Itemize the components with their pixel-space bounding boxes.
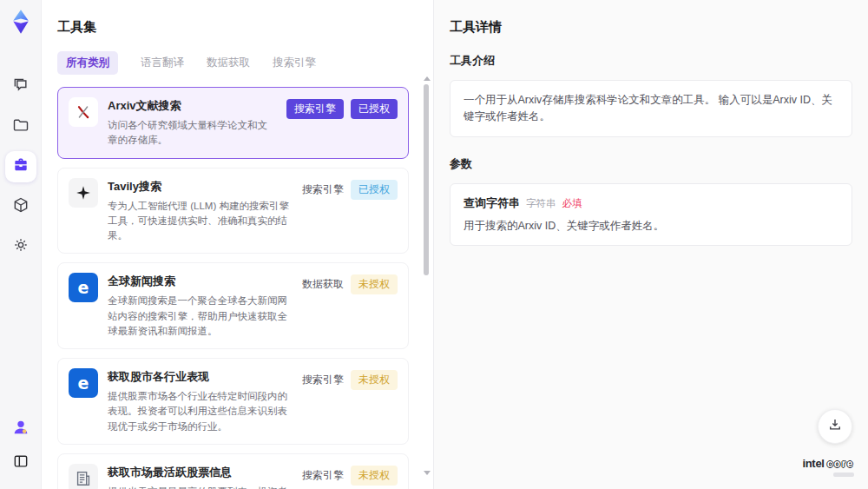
tool-auth-badge: 未授权 [351, 274, 398, 294]
category-tab[interactable]: 搜索引擎 [273, 56, 316, 70]
blue-e-logo-icon: e [69, 368, 98, 398]
tool-card[interactable]: Tavily搜索 专为人工智能代理 (LLM) 构建的搜索引擎工具，可快速提供实… [57, 168, 409, 254]
param-name: 查询字符串 [464, 195, 520, 211]
tool-description: 全球新闻搜索是一个聚合全球各大新闻网站内容的搜索引擎，帮助用户快速获取全球最新资… [108, 294, 293, 339]
tool-card[interactable]: e 获取股市各行业表现 提供股票市场各个行业在特定时间段内的表现。投资者可以利用… [57, 358, 409, 445]
tool-description: 提供当天交易量最高的股票列表，投资者可以利用这些信息来识别流动性强的股票和潜在的… [108, 485, 293, 489]
intel-core-logo: intel core [802, 457, 854, 477]
app-logo-icon [8, 9, 34, 35]
tool-category-badge: 数据获取 [302, 274, 344, 294]
folder-icon [12, 116, 30, 137]
tool-name: 获取股市各行业表现 [108, 369, 293, 385]
user-avatar[interactable] [10, 416, 32, 439]
tool-card[interactable]: e 全球新闻搜索 全球新闻搜索是一个聚合全球各大新闻网站内容的搜索引擎，帮助用户… [57, 262, 409, 349]
intro-box: 一个用于从Arxiv存储库搜索科学论文和文章的工具。 输入可以是Arxiv ID… [450, 80, 852, 137]
core-sub-badge [833, 472, 854, 477]
tool-detail-panel: 工具详情 工具介绍 一个用于从Arxiv存储库搜索科学论文和文章的工具。 输入可… [434, 0, 868, 489]
sidebar-item-settings[interactable] [5, 231, 36, 262]
sidebar-item-chat[interactable] [5, 71, 36, 102]
sidebar-item-tools[interactable] [5, 151, 36, 182]
param-type: 字符串 [526, 197, 556, 210]
params-heading: 参数 [450, 156, 852, 172]
intro-heading: 工具介绍 [450, 53, 852, 69]
page-title: 工具集 [57, 19, 416, 36]
sidebar-item-plugins[interactable] [5, 191, 36, 222]
download-button[interactable] [818, 409, 852, 444]
param-description: 用于搜索的Arxiv ID、关键字或作者姓名。 [464, 219, 838, 234]
detail-title: 工具详情 [450, 19, 852, 36]
download-icon [827, 417, 843, 436]
tool-auth-badge: 已授权 [351, 180, 398, 200]
tool-auth-badge: 未授权 [351, 370, 398, 390]
tool-category-badge: 搜索引擎 [302, 466, 344, 486]
list-scrollbar[interactable] [423, 76, 430, 489]
tool-description: 提供股票市场各个行业在特定时间段内的表现。投资者可以利用这些信息来识别表现优于或… [108, 389, 293, 434]
tool-name: 全球新闻搜索 [108, 274, 293, 289]
scroll-down-arrow-icon[interactable] [424, 471, 431, 475]
tool-name: Tavily搜索 [108, 179, 293, 195]
category-tab[interactable]: 所有类别 [57, 51, 118, 75]
category-tab[interactable]: 数据获取 [207, 56, 250, 70]
intro-text: 一个用于从Arxiv存储库搜索科学论文和文章的工具。 输入可以是Arxiv ID… [464, 92, 838, 125]
tool-name: Arxiv文献搜索 [108, 98, 277, 114]
tool-description: 访问各个研究领域大量科学论文和文章的存储库。 [108, 118, 277, 149]
tavily-star-icon [69, 178, 98, 208]
arxiv-logo-icon [69, 97, 98, 127]
intel-wordmark: intel [802, 457, 824, 470]
scrollbar-thumb[interactable] [424, 84, 429, 275]
param-required-badge: 必填 [562, 197, 582, 210]
tool-name: 获取市场最活跃股票信息 [108, 465, 293, 480]
tool-card[interactable]: Arxiv文献搜索 访问各个研究领域大量科学论文和文章的存储库。 搜索引擎 已授… [57, 87, 409, 159]
toolbox-icon [12, 156, 30, 177]
chat-icon [12, 76, 30, 97]
tool-card[interactable]: 获取市场最活跃股票信息 提供当天交易量最高的股票列表，投资者可以利用这些信息来识… [57, 453, 409, 489]
app-sidebar [0, 0, 42, 489]
sidebar-collapse-button[interactable] [5, 447, 36, 479]
tool-category-badge: 搜索引擎 [286, 99, 344, 119]
tool-category-badge: 搜索引擎 [302, 180, 344, 200]
tool-list-panel: 工具集 所有类别语言翻译数据获取搜索引擎 Arxiv文献搜索 访问各个研究领域大… [42, 0, 434, 489]
category-tab[interactable]: 语言翻译 [141, 56, 184, 70]
category-tabs: 所有类别语言翻译数据获取搜索引擎 [57, 51, 416, 75]
news-building-icon [69, 464, 98, 489]
tool-auth-badge: 已授权 [351, 99, 398, 119]
cube-icon [12, 196, 30, 217]
tool-description: 专为人工智能代理 (LLM) 构建的搜索引擎工具，可快速提供实时、准确和真实的结… [108, 199, 293, 244]
sidebar-item-files[interactable] [5, 111, 36, 142]
gear-icon [12, 236, 30, 257]
tool-auth-badge: 未授权 [351, 466, 398, 486]
blue-e-logo-icon: e [69, 273, 98, 302]
param-box: 查询字符串 字符串 必填 用于搜索的Arxiv ID、关键字或作者姓名。 [450, 183, 852, 246]
core-wordmark: core [827, 458, 854, 470]
scroll-up-arrow-icon[interactable] [424, 76, 431, 81]
panel-toggle-icon [12, 453, 30, 473]
tool-list: Arxiv文献搜索 访问各个研究领域大量科学论文和文章的存储库。 搜索引擎 已授… [57, 87, 416, 489]
tool-category-badge: 搜索引擎 [302, 370, 344, 390]
